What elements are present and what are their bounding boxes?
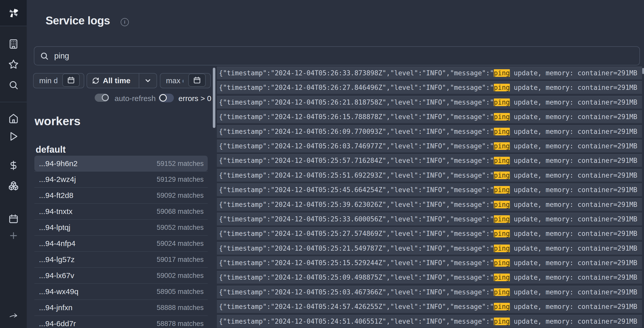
log-line[interactable]: {"timestamp":"2024-12-04T05:24:51.406551… (217, 315, 642, 328)
worker-row[interactable]: ...94-jnfxn 58888 matches (34, 300, 208, 316)
log-line-prefix: {"timestamp":"2024-12-04T05:25:21.549787… (219, 245, 494, 252)
log-line-prefix: {"timestamp":"2024-12-04T05:26:03.746977… (219, 142, 494, 150)
worker-row[interactable]: ...94-2wz4j 59129 matches (34, 171, 208, 187)
log-line[interactable]: {"timestamp":"2024-12-04T05:25:27.574869… (217, 227, 642, 240)
worker-match-count: 59002 matches (157, 272, 204, 280)
search-match-highlight: ping (494, 98, 510, 106)
log-line[interactable]: {"timestamp":"2024-12-04T05:26:09.770093… (217, 125, 642, 138)
worker-name: ...94-lg57z (39, 255, 75, 264)
log-line[interactable]: {"timestamp":"2024-12-04T05:26:03.746977… (217, 140, 642, 152)
star-icon (8, 59, 19, 69)
sidebar-item-schedules[interactable] (0, 213, 27, 224)
errors-toggle[interactable] (159, 94, 174, 102)
worker-name: ...94-9h6n2 (39, 159, 78, 168)
worker-row[interactable]: ...94-wx49q 58905 matches (34, 283, 208, 300)
max-date-calendar-button[interactable] (188, 74, 206, 87)
log-line-suffix: update, memory: container=291MB (510, 259, 637, 267)
log-scrollbar-left-thumb[interactable] (213, 68, 215, 128)
time-range-dropdown-button[interactable] (139, 74, 157, 88)
log-line[interactable]: {"timestamp":"2024-12-04T05:25:51.692293… (217, 169, 642, 182)
log-line-prefix: {"timestamp":"2024-12-04T05:25:39.623026… (219, 201, 494, 208)
log-line[interactable]: {"timestamp":"2024-12-04T05:25:15.529244… (217, 256, 642, 269)
log-line-suffix: update, memory: container=291MB (510, 274, 637, 281)
worker-row[interactable]: ...94-lptqj 59052 matches (34, 219, 208, 235)
worker-name: ...94-lx67v (39, 271, 74, 280)
max-date-placeholder: max date (160, 76, 183, 85)
sidebar-item-runs[interactable] (0, 131, 27, 142)
log-line[interactable]: {"timestamp":"2024-12-04T05:25:09.498875… (217, 271, 642, 284)
log-line[interactable]: {"timestamp":"2024-12-04T05:25:03.467366… (217, 286, 642, 298)
info-icon[interactable]: i (121, 18, 129, 26)
calendar-icon (193, 76, 201, 84)
log-line-suffix: update, memory: container=291MB (510, 245, 637, 252)
sidebar-expand-button[interactable] (0, 310, 27, 321)
toggle-knob (102, 94, 109, 101)
search-match-highlight: ping (494, 128, 510, 135)
log-line-suffix: update, memory: container=291MB (510, 318, 637, 325)
log-line[interactable]: {"timestamp":"2024-12-04T05:25:45.664254… (217, 183, 642, 196)
worker-group-heading: default (36, 144, 66, 155)
windmill-logo-icon (7, 7, 20, 19)
max-date-input[interactable]: max date (160, 73, 211, 88)
worker-row[interactable]: ...94-tnxtx 59068 matches (34, 203, 208, 219)
log-line[interactable]: {"timestamp":"2024-12-04T05:26:21.818758… (217, 96, 642, 109)
sidebar-item-search[interactable] (0, 79, 27, 91)
log-scrollbar-right-thumb[interactable] (642, 68, 644, 74)
refresh-icon (92, 77, 99, 84)
log-line[interactable]: {"timestamp":"2024-12-04T05:26:15.788878… (217, 110, 642, 123)
worker-name: ...94-2wz4j (39, 175, 76, 184)
worker-list: ...94-9h6n2 59152 matches ...94-2wz4j 59… (34, 156, 208, 328)
chevron-down-icon (144, 77, 152, 84)
log-line-prefix: {"timestamp":"2024-12-04T05:25:15.529244… (219, 259, 494, 267)
worker-match-count: 59129 matches (157, 176, 204, 183)
workers-heading: workers (35, 114, 80, 128)
sidebar-item-variables[interactable] (0, 160, 27, 171)
search-match-highlight: ping (494, 142, 510, 150)
search-match-highlight: ping (494, 186, 510, 194)
worker-row[interactable]: ...94-lg57z 59017 matches (34, 251, 208, 267)
log-line[interactable]: {"timestamp":"2024-12-04T05:26:33.873898… (217, 67, 642, 79)
boxes-icon (8, 181, 19, 191)
home-icon (8, 113, 19, 124)
worker-row[interactable]: ...94-4nfp4 59024 matches (34, 235, 208, 251)
worker-row[interactable]: ...94-6dd7r 58878 matches (34, 316, 208, 328)
log-list: {"timestamp":"2024-12-04T05:26:33.873898… (217, 67, 642, 328)
log-line[interactable]: {"timestamp":"2024-12-04T05:25:39.623026… (217, 198, 642, 211)
sidebar-item-add[interactable] (0, 230, 27, 241)
log-line-prefix: {"timestamp":"2024-12-04T05:25:45.664254… (219, 186, 494, 194)
log-line-prefix: {"timestamp":"2024-12-04T05:25:09.498875… (219, 274, 494, 281)
sidebar-item-favorites[interactable] (0, 59, 27, 70)
time-range-label: All time (103, 76, 130, 85)
sidebar-item-home[interactable] (0, 113, 27, 124)
log-line[interactable]: {"timestamp":"2024-12-04T05:25:33.600056… (217, 213, 642, 225)
search-input[interactable]: ping (34, 46, 640, 65)
worker-row[interactable]: ...94-ft2d8 59092 matches (34, 187, 208, 203)
search-icon (8, 80, 19, 90)
worker-match-count: 58888 matches (157, 304, 204, 312)
sidebar-item-workspace[interactable] (0, 38, 27, 50)
log-line-prefix: {"timestamp":"2024-12-04T05:25:57.716284… (219, 157, 494, 164)
auto-refresh-toggle[interactable] (95, 94, 109, 102)
log-line[interactable]: {"timestamp":"2024-12-04T05:26:27.846496… (217, 81, 642, 94)
log-line[interactable]: {"timestamp":"2024-12-04T05:25:21.549787… (217, 242, 642, 255)
log-line-prefix: {"timestamp":"2024-12-04T05:25:51.692293… (219, 172, 494, 179)
search-match-highlight: ping (494, 157, 510, 164)
time-range-button[interactable]: All time (87, 73, 157, 88)
service-logs-screen: Service logs i ping min date All time (0, 0, 644, 328)
log-line[interactable]: {"timestamp":"2024-12-04T05:24:57.426255… (217, 300, 642, 313)
worker-row[interactable]: ...94-9h6n2 59152 matches (34, 156, 208, 171)
search-match-highlight: ping (494, 288, 510, 296)
log-line[interactable]: {"timestamp":"2024-12-04T05:25:57.716284… (217, 154, 642, 167)
min-date-input[interactable]: min date (33, 73, 84, 88)
worker-match-count: 59017 matches (157, 256, 204, 264)
search-match-highlight: ping (494, 69, 510, 77)
worker-name: ...94-lptqj (39, 223, 70, 232)
search-match-highlight: ping (494, 230, 510, 237)
app-logo[interactable] (0, 0, 27, 26)
worker-row[interactable]: ...94-lx67v 59002 matches (34, 267, 208, 283)
search-match-highlight: ping (494, 215, 510, 223)
min-date-calendar-button[interactable] (62, 74, 80, 87)
sidebar-item-resources[interactable] (0, 180, 27, 191)
worker-match-count: 59068 matches (157, 208, 204, 216)
log-line-prefix: {"timestamp":"2024-12-04T05:24:57.426255… (219, 303, 494, 310)
